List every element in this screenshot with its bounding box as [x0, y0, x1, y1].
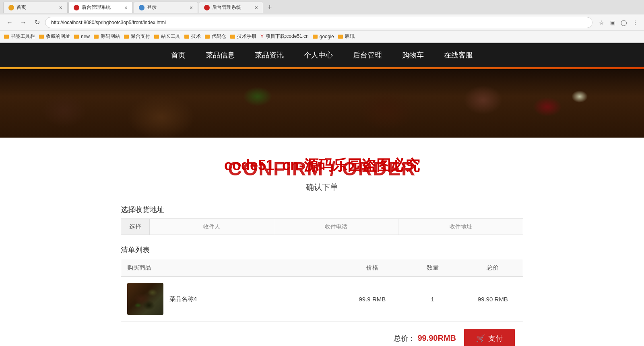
confirm-title: CONFIRM / ORDER: [121, 158, 523, 180]
tab-admin[interactable]: 后台管理系统 ×: [68, 2, 133, 13]
site-nav: 首页 菜品信息 菜品资讯 个人中心 后台管理 购物车 在线客服: [0, 43, 644, 67]
bookmark-folder-icon: [124, 35, 129, 39]
forward-button[interactable]: →: [18, 17, 29, 28]
bookmark-pay[interactable]: 聚合支付: [124, 33, 150, 40]
th-product: 购买商品: [121, 259, 342, 277]
tab-label-admin: 后台管理系统: [82, 4, 122, 11]
th-qty: 数量: [402, 259, 463, 277]
back-button[interactable]: ←: [4, 17, 15, 28]
address-select-row: 选择 收件人 收件电话 收件地址: [121, 218, 523, 235]
product-image: [127, 283, 163, 315]
bookmark-techmanual[interactable]: 技术手册: [230, 33, 256, 40]
product-total: 99.90 RMB: [463, 277, 523, 321]
tab-login[interactable]: 登录 ×: [134, 2, 198, 13]
nav-dish-info[interactable]: 菜品信息: [206, 50, 235, 60]
bookmarks-bar: 书签工具栏 收藏的网址 new 源码网站 聚合支付 站长工具 技术 代码仓: [0, 31, 644, 43]
product-cell: 菜品名称4: [121, 277, 342, 321]
nav-service[interactable]: 在线客服: [444, 50, 473, 60]
bookmark-folder-icon: [74, 35, 79, 39]
page-title-en: CONFIRM / ORDER: [121, 158, 523, 180]
address-section-label: 选择收货地址: [121, 205, 523, 214]
bookmark-webmaster[interactable]: 站长工具: [154, 33, 180, 40]
product-name: 菜品名称4: [169, 295, 197, 303]
tab-close-admin[interactable]: ×: [124, 4, 128, 11]
total-label: 总价： 99.90RMB: [394, 334, 456, 343]
tab-label-home: 首页: [17, 4, 57, 11]
tab-favicon-login: [139, 5, 144, 10]
address-col-recipient: 收件人: [150, 219, 274, 235]
nav-dish-news[interactable]: 菜品资讯: [255, 50, 284, 60]
product-price: 99.9 RMB: [342, 277, 402, 321]
bookmark-new[interactable]: new: [74, 34, 90, 39]
bookmark-folder-icon: [313, 35, 318, 39]
bookmark-code51-icon: Y: [260, 34, 264, 39]
cart-row: 菜品名称4 99.9 RMB 1 99.90 RMB: [121, 277, 523, 321]
bookmark-tencent[interactable]: 腾讯: [338, 33, 355, 40]
tab-admin2[interactable]: 后台管理系统 ×: [199, 2, 263, 13]
address-col-address: 收件地址: [399, 219, 523, 235]
pay-button-label: 支付: [488, 334, 503, 343]
bookmark-google[interactable]: google: [313, 34, 334, 39]
menu-icon[interactable]: ⋮: [630, 18, 640, 27]
tab-favicon-home: [8, 5, 14, 10]
tab-label-admin2: 后台管理系统: [212, 4, 252, 11]
bookmark-folder-icon: [230, 35, 235, 39]
bookmark-toolbar[interactable]: 书签工具栏: [4, 33, 35, 40]
cart-section-label: 清单列表: [121, 245, 523, 255]
tab-close-login[interactable]: ×: [190, 4, 193, 11]
address-select-button[interactable]: 选择: [121, 219, 150, 235]
extension-icon[interactable]: ▣: [608, 18, 617, 27]
tab-close-home[interactable]: ×: [59, 4, 62, 11]
bookmark-favorites[interactable]: 收藏的网址: [39, 33, 70, 40]
nav-admin[interactable]: 后台管理: [353, 50, 382, 60]
total-amount: 99.90RMB: [417, 334, 456, 342]
tab-favicon-admin: [74, 5, 79, 10]
hero-banner: [0, 69, 644, 138]
profile-icon[interactable]: ◯: [619, 18, 629, 27]
bookmark-star-icon[interactable]: ☆: [597, 18, 606, 27]
nav-cart[interactable]: 购物车: [402, 50, 424, 60]
th-price: 价格: [342, 259, 402, 277]
address-bar[interactable]: [45, 17, 592, 28]
cart-icon: 🛒: [476, 334, 485, 343]
page-content: CONFIRM / ORDER 确认下单 选择收货地址 选择 收件人 收件电话 …: [121, 138, 523, 346]
tab-home[interactable]: 首页 ×: [3, 2, 68, 13]
product-qty: 1: [402, 277, 463, 321]
tab-close-admin2[interactable]: ×: [255, 4, 258, 11]
nav-personal[interactable]: 个人中心: [304, 50, 333, 60]
bookmark-code51[interactable]: Y 项目下载:code51.cn: [260, 33, 309, 40]
new-tab-button[interactable]: +: [264, 2, 275, 13]
nav-home[interactable]: 首页: [171, 50, 186, 60]
tab-favicon-admin2: [204, 5, 210, 10]
th-total: 总价: [463, 259, 523, 277]
bookmark-folder-icon: [4, 35, 9, 39]
order-footer: 总价： 99.90RMB 🛒 支付: [121, 321, 523, 346]
page-title-zh: 确认下单: [121, 182, 523, 193]
address-col-phone: 收件电话: [274, 219, 398, 235]
bookmark-folder-icon: [154, 35, 159, 39]
bookmark-code[interactable]: 代码仓: [205, 33, 226, 40]
bookmark-folder-icon: [184, 35, 189, 39]
cart-table: 购买商品 价格 数量 总价 菜品名称4 99.9 RMB 1: [121, 259, 523, 321]
bookmark-folder-icon: [338, 35, 343, 39]
reload-button[interactable]: ↻: [31, 17, 43, 28]
pay-button[interactable]: 🛒 支付: [464, 329, 515, 346]
address-columns: 收件人 收件电话 收件地址: [150, 219, 523, 235]
bookmark-tech[interactable]: 技术: [184, 33, 201, 40]
tab-label-login: 登录: [147, 4, 187, 11]
bookmark-folder-icon: [205, 35, 210, 39]
bookmark-folder-icon: [94, 35, 99, 39]
bookmark-source[interactable]: 源码网站: [94, 33, 120, 40]
bookmark-folder-icon: [39, 35, 44, 39]
